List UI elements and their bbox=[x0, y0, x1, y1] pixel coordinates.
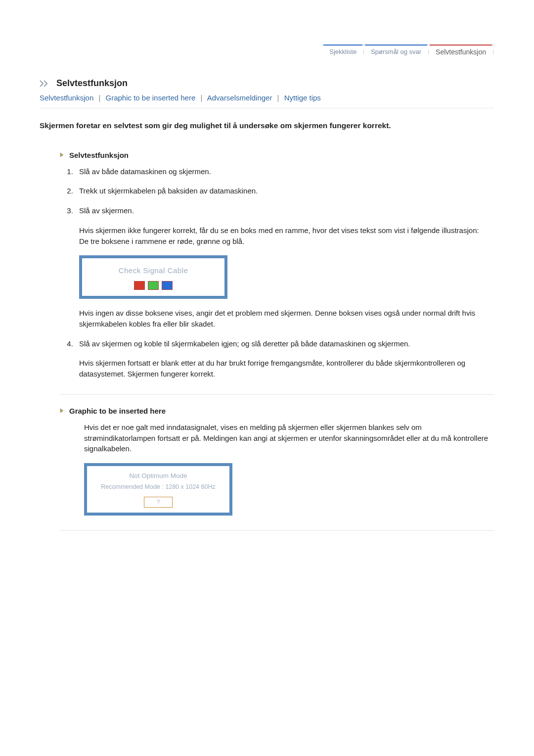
monitor-ok-button: ? bbox=[144, 497, 173, 508]
monitor-illustration-1: Check Signal Cable bbox=[79, 255, 227, 299]
monitor-illustration-2: Not Optimum Mode Recommended Mode : 1280… bbox=[84, 463, 232, 516]
anchor-nyttige[interactable]: Nyttige tips bbox=[284, 94, 321, 102]
step-text: Trekk ut skjermkabelen på baksiden av da… bbox=[79, 187, 258, 195]
separator: | bbox=[98, 94, 100, 102]
tab-accent bbox=[365, 45, 427, 46]
tab-sporsmal[interactable]: Spørsmål og svar bbox=[365, 45, 427, 58]
steps-list: Slå av både datamaskinen og skjermen. Tr… bbox=[75, 166, 494, 379]
intro-text: Skjermen foretar en selvtest som gir deg… bbox=[40, 120, 494, 131]
step-text: Slå av både datamaskinen og skjermen. bbox=[79, 167, 211, 176]
step-4: Slå av skjermen og koble til skjermkabel… bbox=[75, 338, 494, 379]
divider bbox=[59, 530, 494, 531]
tab-selvtest[interactable]: Selvtestfunksjon bbox=[430, 45, 492, 58]
page: Sjekkliste Spørsmål og svar Selvtestfunk… bbox=[0, 0, 534, 582]
tab-label: Spørsmål og svar bbox=[371, 48, 421, 55]
tab-accent bbox=[430, 45, 492, 46]
anchor-advarsel[interactable]: Advarselsmeldinger bbox=[207, 94, 272, 102]
step-para: Hvis skjermen fortsatt er blank etter at… bbox=[79, 358, 494, 379]
step-2: Trekk ut skjermkabelen på baksiden av da… bbox=[75, 186, 494, 196]
monitor-screen: Not Optimum Mode Recommended Mode : 1280… bbox=[87, 466, 229, 513]
step-text: Slå av skjermen og koble til skjermkabel… bbox=[79, 339, 410, 348]
anchor-selvtest[interactable]: Selvtestfunksjon bbox=[40, 94, 93, 102]
swatch-green bbox=[148, 281, 159, 290]
step-para: Hvis ingen av disse boksene vises, angir… bbox=[79, 308, 494, 330]
step-para: Hvis skjermen ikke fungerer korrekt, får… bbox=[79, 225, 494, 236]
anchor-graphic[interactable]: Graphic to be inserted here bbox=[105, 94, 195, 102]
step-3: Slå av skjermen. Hvis skjermen ikke fung… bbox=[75, 205, 494, 330]
separator: | bbox=[200, 94, 202, 102]
page-title: Selvtestfunksjon bbox=[56, 78, 128, 89]
subheading-selvtest: Selvtestfunksjon bbox=[59, 151, 494, 159]
mini-arrow-icon bbox=[59, 408, 65, 414]
monitor-screen: Check Signal Cable bbox=[82, 258, 224, 296]
tab-label: Selvtestfunksjon bbox=[436, 48, 486, 56]
divider bbox=[40, 108, 494, 108]
double-arrow-icon bbox=[40, 80, 50, 88]
tab-separator bbox=[363, 49, 364, 54]
topnav: Sjekkliste Spørsmål og svar Selvtestfunk… bbox=[323, 45, 494, 58]
tab-separator bbox=[428, 49, 429, 54]
monitor-message: Check Signal Cable bbox=[86, 265, 221, 276]
monitor-line-2: Recommended Mode : 1280 x 1024 60Hz bbox=[91, 482, 225, 491]
monitor-line-1: Not Optimum Mode bbox=[91, 471, 225, 481]
separator: | bbox=[277, 94, 279, 102]
tab-accent bbox=[323, 45, 362, 46]
step-para: De tre boksene i rammene er røde, grønne… bbox=[79, 236, 494, 247]
swatch-red bbox=[134, 281, 145, 290]
step-1: Slå av både datamaskinen og skjermen. bbox=[75, 166, 494, 177]
subheading-label: Selvtestfunksjon bbox=[69, 151, 129, 159]
swatch-blue bbox=[162, 281, 173, 290]
anchor-link-row: Selvtestfunksjon | Graphic to be inserte… bbox=[40, 94, 494, 102]
step-text: Slå av skjermen. bbox=[79, 206, 134, 215]
divider bbox=[59, 394, 494, 395]
section2-para: Hvis det er noe galt med inndatasignalet… bbox=[84, 422, 494, 454]
tab-sjekkliste[interactable]: Sjekkliste bbox=[323, 45, 362, 58]
monitor2-wrap: Not Optimum Mode Recommended Mode : 1280… bbox=[84, 463, 494, 516]
tab-separator bbox=[493, 49, 493, 54]
subheading-graphic: Graphic to be inserted here bbox=[59, 407, 494, 415]
subheading-label: Graphic to be inserted here bbox=[69, 407, 166, 415]
topnav-container: Sjekkliste Spørsmål og svar Selvtestfunk… bbox=[40, 45, 494, 58]
tab-label: Sjekkliste bbox=[329, 48, 356, 55]
color-swatches bbox=[86, 281, 221, 290]
section-title-row: Selvtestfunksjon bbox=[40, 78, 494, 89]
mini-arrow-icon bbox=[59, 152, 65, 158]
